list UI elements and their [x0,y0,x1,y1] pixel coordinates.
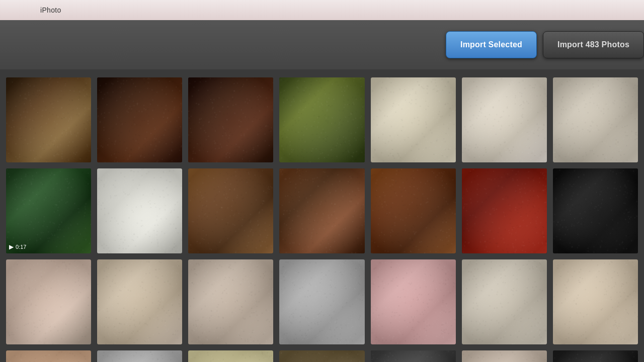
photo-cell[interactable] [97,259,182,344]
photo-cell[interactable] [462,350,547,362]
photo-cell[interactable]: ▶0:17 [6,168,91,253]
photo-grid: ▶0:17 [0,73,644,362]
photo-cell[interactable] [6,350,91,362]
photo-cell[interactable] [371,168,456,253]
photo-cell[interactable] [553,77,638,162]
photo-cell[interactable] [6,259,91,344]
photo-cell[interactable] [553,259,638,344]
photo-cell[interactable] [188,259,273,344]
photo-cell[interactable] [371,350,456,362]
photo-cell[interactable] [279,77,364,162]
photo-cell[interactable] [279,259,364,344]
photo-cell[interactable] [462,77,547,162]
photo-cell[interactable] [279,168,364,253]
title-bar: iPhoto [0,0,644,20]
toolbar: Import Selected Import 483 Photos [0,20,644,69]
video-time-text: 0:17 [16,244,26,250]
photo-cell[interactable] [371,259,456,344]
photo-grid-container: ▶0:17 [0,69,644,362]
photo-cell[interactable] [188,350,273,362]
photo-cell[interactable] [371,77,456,162]
import-selected-button[interactable]: Import Selected [446,31,537,58]
photo-cell[interactable] [553,350,638,362]
photo-cell[interactable] [553,168,638,253]
import-all-button[interactable]: Import 483 Photos [543,31,644,58]
photo-cell[interactable] [188,77,273,162]
photo-cell[interactable] [97,350,182,362]
photo-cell[interactable] [462,168,547,253]
photo-cell[interactable] [188,168,273,253]
photo-cell[interactable] [6,77,91,162]
camcorder-icon: ▶ [9,243,14,250]
photo-cell[interactable] [279,350,364,362]
video-duration-badge: ▶0:17 [9,243,26,250]
app-title: iPhoto [40,6,61,14]
photo-cell[interactable] [97,168,182,253]
photo-cell[interactable] [97,77,182,162]
photo-cell[interactable] [462,259,547,344]
